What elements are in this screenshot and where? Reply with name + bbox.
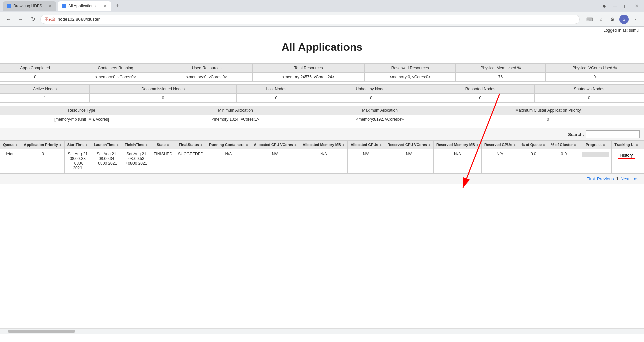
cell-running-containers: N/A <box>206 149 251 174</box>
tab-close-hdfs[interactable]: ✕ <box>48 3 52 9</box>
sort-progress: ⇕ <box>603 143 605 147</box>
cell-priority: 0 <box>21 149 65 174</box>
th-res-cpu[interactable]: Reserved CPU VCores ⇕ <box>385 141 433 149</box>
sort-running-containers: ⇕ <box>246 143 248 147</box>
browser-tab-hdfs[interactable]: Browsing HDFS ✕ <box>3 1 56 11</box>
horizontal-scrollbar[interactable] <box>0 328 644 334</box>
col-max-allocation: Maximum Allocation <box>308 106 452 115</box>
sort-starttime: ⇕ <box>85 143 88 147</box>
cell-pct-queue: 0.0 <box>519 149 548 174</box>
sort-queue: ⇕ <box>15 143 18 147</box>
val-lost-nodes: 0 <box>236 94 316 103</box>
window-controls: ● ─ ▢ ✕ <box>600 1 641 11</box>
sort-finishtime: ⇕ <box>145 143 148 147</box>
search-bar: Search: <box>0 128 644 140</box>
cell-tracking-ui[interactable]: History <box>612 149 641 174</box>
cell-alloc-cpu: N/A <box>251 149 300 174</box>
refresh-button[interactable]: ↻ <box>28 15 38 24</box>
cell-queue: default <box>0 149 21 174</box>
col-phys-mem: Physical Mem Used % <box>456 64 546 73</box>
th-blacklisted-nodes[interactable]: Blacklisted Nodes ⇕ <box>641 141 644 149</box>
th-alloc-memory[interactable]: Allocated Memory MB ⇕ <box>300 141 347 149</box>
window-maximize-btn[interactable]: ▢ <box>621 1 631 11</box>
forward-button[interactable]: → <box>16 15 25 24</box>
val-apps-completed: 0 <box>0 73 70 82</box>
previous-page-link[interactable]: Previous <box>597 176 614 181</box>
translate-icon[interactable]: ⌨ <box>585 15 594 24</box>
val-max-cluster-priority: 0 <box>452 115 644 124</box>
browser-tab-allapps[interactable]: All Applications ✕ <box>58 1 111 11</box>
bookmark-icon[interactable]: ☆ <box>596 15 606 24</box>
th-state[interactable]: State ⇕ <box>151 141 175 149</box>
browser-titlebar: Browsing HDFS ✕ All Applications ✕ + ● ─… <box>0 0 644 12</box>
browser-controls: ← → ↻ 不安全 node102:8088/cluster ⌨ ☆ ⚙ S ⋮ <box>0 12 644 27</box>
th-priority[interactable]: Application Priority ⇕ <box>21 141 65 149</box>
th-res-gpus[interactable]: Reserved GPUs ⇕ <box>481 141 519 149</box>
cell-progress <box>579 149 612 174</box>
cell-finalstatus: SUCCEEDED <box>175 149 206 174</box>
extensions-icon[interactable]: ⚙ <box>608 15 617 24</box>
val-phys-mem: 76 <box>456 73 546 82</box>
th-pct-queue[interactable]: % of Queue ⇕ <box>519 141 548 149</box>
cell-launchtime: Sat Aug 21 08:00:34 +0800 2021 <box>91 149 122 174</box>
val-unhealthy-nodes: 0 <box>316 94 426 103</box>
cell-starttime: Sat Aug 21 08:00:33 +0800 2021 <box>64 149 91 174</box>
th-res-memory[interactable]: Reserved Memory MB ⇕ <box>433 141 481 149</box>
browser-right-icons: ⌨ ☆ ⚙ S ⋮ <box>585 15 640 24</box>
sort-tracking-ui: ⇕ <box>636 143 638 147</box>
col-reserved-resources: Reserved Resources <box>365 64 456 73</box>
history-link[interactable]: History <box>618 152 635 159</box>
profile-icon[interactable]: S <box>619 15 629 24</box>
next-page-link[interactable]: Next <box>621 176 630 181</box>
th-queue[interactable]: Queue ⇕ <box>0 141 21 149</box>
val-reserved-resources: <memory:0, vCores:0> <box>365 73 456 82</box>
th-finishtime[interactable]: FinishTime ⇕ <box>122 141 151 149</box>
applications-table: Queue ⇕ Application Priority ⇕ StartTime… <box>0 140 644 174</box>
tab-close-allapps[interactable]: ✕ <box>103 3 107 9</box>
tab-label-allapps: All Applications <box>68 4 96 8</box>
address-bar[interactable]: 不安全 node102:8088/cluster <box>40 15 580 24</box>
th-pct-cluster[interactable]: % of Cluster ⇕ <box>548 141 579 149</box>
th-alloc-gpus[interactable]: Allocated GPUs ⇕ <box>347 141 385 149</box>
col-apps-completed: Apps Completed <box>0 64 70 73</box>
tab-favicon-hdfs <box>7 4 11 8</box>
sort-alloc-cpu: ⇕ <box>294 143 297 147</box>
th-alloc-cpu[interactable]: Allocated CPU VCores ⇕ <box>251 141 300 149</box>
back-button[interactable]: ← <box>4 15 13 24</box>
th-running-containers[interactable]: Running Containers ⇕ <box>206 141 251 149</box>
sort-res-gpus: ⇕ <box>513 143 516 147</box>
col-total-resources: Total Resources <box>252 64 365 73</box>
window-close-btn[interactable]: ✕ <box>632 1 641 11</box>
val-containers-running: <memory:0, vCores:0> <box>70 73 161 82</box>
col-shutdown-nodes: Shutdown Nodes <box>534 85 644 94</box>
menu-icon[interactable]: ⋮ <box>631 15 640 24</box>
col-unhealthy-nodes: Unhealthy Nodes <box>316 85 426 94</box>
th-finalstatus[interactable]: FinalStatus ⇕ <box>175 141 206 149</box>
sort-alloc-gpus: ⇕ <box>379 143 382 147</box>
col-active-nodes: Active Nodes <box>0 85 90 94</box>
last-page-link[interactable]: Last <box>631 176 640 181</box>
th-tracking-ui[interactable]: Tracking UI ⇕ <box>612 141 641 149</box>
cell-pct-cluster: 0.0 <box>548 149 579 174</box>
pagination: First Previous 1 Next Last <box>0 174 644 184</box>
col-containers-running: Containers Running <box>70 64 161 73</box>
cell-alloc-gpus: N/A <box>347 149 385 174</box>
window-minimize-btn[interactable]: ─ <box>610 1 620 11</box>
cell-res-gpus: N/A <box>481 149 519 174</box>
val-phys-vcores: 0 <box>545 73 644 82</box>
search-input[interactable] <box>586 130 640 138</box>
logged-in-text: Logged in as: sumu <box>0 27 644 34</box>
cell-blacklisted-nodes: 0 <box>641 149 644 174</box>
table-row: default 0 Sat Aug 21 08:00:33 +0800 2021… <box>0 149 644 174</box>
nodes-stats-table: Active Nodes Decommissioned Nodes Lost N… <box>0 84 644 103</box>
sort-res-cpu: ⇕ <box>428 143 431 147</box>
resource-stats-table: Resource Type Minimum Allocation Maximum… <box>0 106 644 124</box>
window-record-btn[interactable]: ● <box>600 1 609 11</box>
th-progress[interactable]: Progress ⇕ <box>579 141 612 149</box>
new-tab-button[interactable]: + <box>113 1 122 11</box>
th-starttime[interactable]: StartTime ⇕ <box>64 141 91 149</box>
first-page-link[interactable]: First <box>587 176 595 181</box>
scrollbar-thumb[interactable] <box>8 330 75 333</box>
th-launchtime[interactable]: LaunchTime ⇕ <box>91 141 122 149</box>
col-phys-vcores: Physical VCores Used % <box>545 64 644 73</box>
